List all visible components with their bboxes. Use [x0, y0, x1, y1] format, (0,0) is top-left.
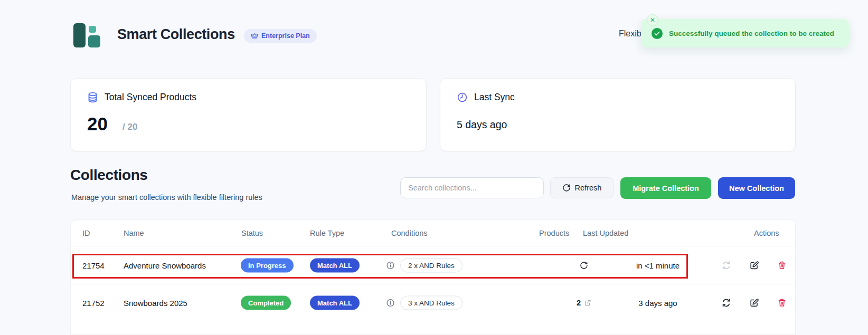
last-updated-value: in <1 minute	[608, 261, 708, 270]
search-input[interactable]	[400, 177, 544, 198]
database-icon	[87, 92, 98, 103]
edit-pencil-icon[interactable]	[749, 298, 759, 308]
toast-message: Successfully queued the collection to be…	[669, 30, 834, 37]
column-header-conditions: Conditions	[391, 229, 428, 237]
page-title: Smart Collections	[117, 26, 235, 43]
stat-card-total-synced: Total Synced Products 20 / 20	[70, 78, 427, 151]
refresh-button[interactable]: Refresh	[550, 177, 614, 198]
smart-collections-app: Smart Collections Enterprise Plan Flexib…	[0, 0, 868, 335]
migrate-collection-button[interactable]: Migrate Collection	[620, 177, 711, 199]
refresh-button-label: Refresh	[575, 184, 602, 192]
stat-label: Last Sync	[474, 92, 515, 103]
conditions-chip[interactable]: 2 x AND Rules	[400, 258, 463, 272]
stat-label: Total Synced Products	[105, 92, 196, 103]
sync-pending-icon	[580, 261, 588, 270]
column-header-status: Status	[241, 229, 263, 237]
trash-icon[interactable]	[777, 261, 787, 270]
stat-total: / 20	[122, 122, 137, 132]
toast-notification: Successfully queued the collection to be…	[641, 19, 849, 47]
stat-card-last-sync: Last Sync 5 days ago	[440, 78, 796, 151]
app-logo-icon	[73, 22, 102, 49]
check-circle-icon	[652, 28, 663, 39]
plan-badge-label: Enterprise Plan	[261, 32, 310, 40]
column-header-products: Products	[539, 229, 569, 237]
rotate-arrow-icon	[562, 184, 571, 192]
sync-arrows-icon[interactable]	[721, 260, 731, 270]
column-header-rule-type: Rule Type	[310, 229, 344, 237]
status-badge: Completed	[241, 295, 291, 310]
column-header-last-updated: Last Updated	[583, 229, 628, 237]
collections-heading: Collections	[70, 167, 148, 184]
status-badge: In Progress	[241, 258, 294, 272]
stat-value: 20	[87, 113, 108, 135]
collections-subheading: Manage your smart collections with flexi…	[71, 193, 262, 202]
column-header-name: Name	[124, 229, 144, 237]
row-id: 21752	[82, 298, 105, 307]
table-row[interactable]: 21754 Adventure Snowboards In Progress M…	[71, 246, 795, 284]
sync-arrows-icon[interactable]	[721, 298, 731, 308]
trash-icon[interactable]	[777, 298, 787, 308]
rule-type-badge: Match ALL	[310, 258, 360, 272]
row-name: Adventure Snowboards	[124, 261, 206, 270]
table-row[interactable]: 21752 Snowboards 2025 Completed Match AL…	[71, 284, 795, 321]
column-header-actions: Actions	[754, 229, 779, 237]
rule-type-badge: Match ALL	[310, 295, 360, 310]
collections-table: ID Name Status Rule Type Conditions Prod…	[70, 219, 796, 335]
info-circle-icon[interactable]	[386, 261, 395, 270]
row-id: 21754	[82, 261, 105, 270]
column-header-id: ID	[82, 229, 90, 237]
edit-pencil-icon[interactable]	[749, 260, 759, 270]
logo-large-square-shape	[88, 35, 100, 47]
products-count: 2	[577, 299, 581, 307]
external-link-icon[interactable]	[584, 299, 591, 307]
stat-value: 5 days ago	[457, 119, 507, 131]
row-name: Snowboards 2025	[124, 298, 187, 307]
new-collection-label: New Collection	[729, 184, 784, 193]
header-right-link[interactable]: Flexib	[619, 29, 641, 39]
toast-close-icon[interactable]: ✕	[647, 14, 658, 26]
table-header-row: ID Name Status Rule Type Conditions Prod…	[71, 220, 795, 246]
conditions-chip[interactable]: 3 x AND Rules	[400, 295, 463, 310]
info-circle-icon[interactable]	[386, 298, 395, 307]
last-updated-value: 3 days ago	[608, 298, 708, 307]
migrate-collection-label: Migrate Collection	[633, 184, 699, 193]
logo-bar-shape	[73, 23, 86, 47]
logo-small-square-shape	[89, 26, 96, 33]
clock-icon	[457, 92, 468, 103]
new-collection-button[interactable]: New Collection	[718, 177, 795, 199]
crown-icon	[251, 32, 258, 40]
plan-badge: Enterprise Plan	[244, 29, 317, 43]
